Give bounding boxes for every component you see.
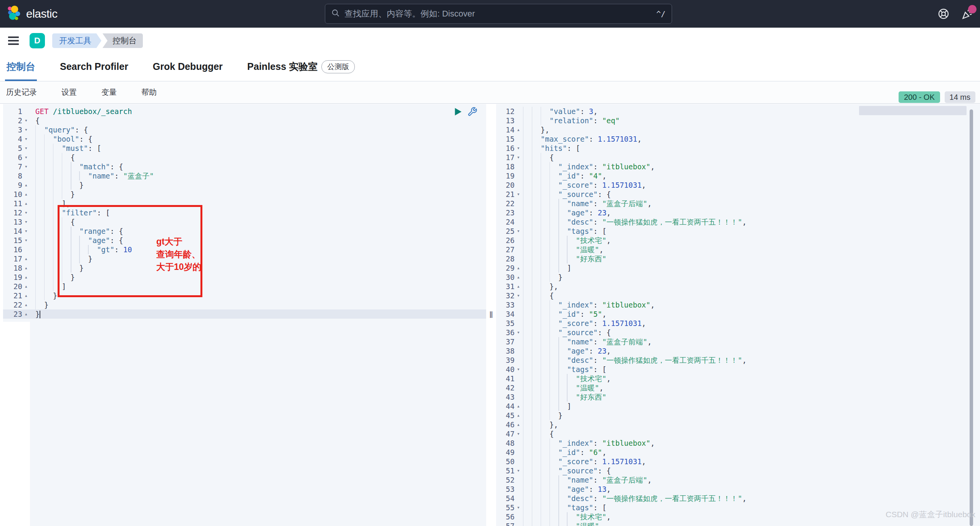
fold-close-icon[interactable]: ▴ <box>22 282 30 291</box>
code-line[interactable]: 36▾"_source": { <box>496 328 980 337</box>
fold-close-icon[interactable]: ▴ <box>515 402 522 411</box>
code-line[interactable]: 26"技术宅", <box>496 236 980 245</box>
response-vertical-scrollbar[interactable] <box>970 109 973 526</box>
code-line[interactable]: 22▴} <box>0 300 486 309</box>
code-line[interactable]: 32▾{ <box>496 291 980 300</box>
global-search-bar[interactable]: ^/ <box>325 4 672 24</box>
code-line[interactable]: 51▾"_source": { <box>496 466 980 475</box>
fold-open-icon[interactable]: ▾ <box>22 227 30 236</box>
code-line[interactable]: 41"技术宅", <box>496 374 980 383</box>
code-line[interactable]: 29▴] <box>496 263 980 273</box>
code-line[interactable]: 31▴}, <box>496 282 980 291</box>
menu-settings[interactable]: 设置 <box>61 87 77 98</box>
fold-open-icon[interactable]: ▾ <box>22 125 30 134</box>
fold-close-icon[interactable]: ▴ <box>22 309 30 319</box>
fold-open-icon[interactable]: ▾ <box>22 236 30 245</box>
code-line[interactable]: 28"好东西" <box>496 254 980 263</box>
fold-open-icon[interactable]: ▾ <box>515 144 522 153</box>
code-line[interactable]: 19"_id": "4", <box>496 171 980 180</box>
fold-open-icon[interactable]: ▾ <box>22 134 30 144</box>
code-line[interactable]: 5▾"must": [ <box>0 144 486 153</box>
menu-history[interactable]: 历史记录 <box>6 87 37 98</box>
fold-open-icon[interactable]: ▾ <box>515 190 522 199</box>
fold-open-icon[interactable]: ▾ <box>515 503 522 512</box>
code-line[interactable]: 15"max_score": 1.1571031, <box>496 134 980 144</box>
fold-open-icon[interactable]: ▾ <box>515 291 522 300</box>
fold-open-icon[interactable]: ▾ <box>515 328 522 337</box>
elastic-logo[interactable]: elastic <box>7 5 58 22</box>
code-line[interactable]: 21▾"_source": { <box>496 190 980 199</box>
code-line[interactable]: 27"温暖", <box>496 245 980 254</box>
fold-close-icon[interactable]: ▴ <box>515 125 522 134</box>
code-line[interactable]: 48"_index": "itbluebox", <box>496 438 980 448</box>
code-line[interactable]: 7▾"match": { <box>0 162 486 171</box>
code-line[interactable]: 42"温暖", <box>496 383 980 392</box>
code-line[interactable]: 18"_index": "itbluebox", <box>496 162 980 171</box>
response-top-scroll-track[interactable] <box>859 106 967 115</box>
code-line[interactable]: 22"name": "蓝盒子后端", <box>496 199 980 208</box>
code-line[interactable]: 4▾"bool": { <box>0 134 486 144</box>
fold-open-icon[interactable]: ▾ <box>515 153 522 162</box>
code-line[interactable]: 38"age": 23, <box>496 346 980 356</box>
code-line[interactable]: 6▾{ <box>0 153 486 162</box>
code-line[interactable]: 40▾"tags": [ <box>496 365 980 374</box>
code-line[interactable]: 57"温暖", <box>496 521 980 526</box>
fold-close-icon[interactable]: ▴ <box>515 411 522 420</box>
code-line[interactable]: 9▴} <box>0 180 486 190</box>
code-line[interactable]: 49"_id": "6", <box>496 448 980 457</box>
fold-close-icon[interactable]: ▴ <box>22 180 30 190</box>
fold-close-icon[interactable]: ▴ <box>515 263 522 273</box>
code-line[interactable]: 35"_score": 1.1571031, <box>496 319 980 328</box>
code-line[interactable]: 20"_score": 1.1571031, <box>496 180 980 190</box>
fold-open-icon[interactable]: ▾ <box>22 162 30 171</box>
code-line[interactable]: 30▴} <box>496 273 980 282</box>
help-button[interactable] <box>937 7 950 20</box>
fold-open-icon[interactable]: ▾ <box>515 227 522 236</box>
code-line[interactable]: 3▾"query": { <box>0 125 486 134</box>
fold-close-icon[interactable]: ▴ <box>22 291 30 300</box>
fold-close-icon[interactable]: ▴ <box>22 263 30 273</box>
request-editor[interactable]: 1GET /itbluebox/_search2▾{3▾"query": {4▾… <box>0 104 486 526</box>
code-line[interactable]: 46▴}, <box>496 420 980 429</box>
code-line[interactable]: 44▴] <box>496 402 980 411</box>
tab-search-profiler[interactable]: Search Profiler <box>58 54 130 81</box>
code-line[interactable]: 37"name": "蓝盒子前端", <box>496 337 980 346</box>
fold-close-icon[interactable]: ▴ <box>515 420 522 429</box>
fold-close-icon[interactable]: ▴ <box>515 282 522 291</box>
fold-close-icon[interactable]: ▴ <box>515 273 522 282</box>
search-input[interactable] <box>344 9 656 19</box>
tab-console[interactable]: 控制台 <box>5 54 37 81</box>
code-line[interactable]: 1GET /itbluebox/_search <box>0 107 486 116</box>
tab-grok-debugger[interactable]: Grok Debugger <box>151 54 224 81</box>
fold-open-icon[interactable]: ▾ <box>22 153 30 162</box>
code-line[interactable]: 43"好东西" <box>496 392 980 402</box>
code-line[interactable]: 25▾"tags": [ <box>496 227 980 236</box>
menu-variables[interactable]: 变量 <box>101 87 117 98</box>
fold-close-icon[interactable]: ▴ <box>22 254 30 263</box>
menu-toggle-button[interactable] <box>8 35 19 46</box>
fold-open-icon[interactable]: ▾ <box>515 429 522 438</box>
code-line[interactable]: 34"_id": "5", <box>496 309 980 319</box>
code-line[interactable]: 17▾{ <box>496 153 980 162</box>
fold-open-icon[interactable]: ▾ <box>22 217 30 227</box>
editor-active-line[interactable]: 23▴} <box>0 309 486 319</box>
space-avatar[interactable]: D <box>30 33 45 48</box>
request-options-button[interactable] <box>467 106 478 117</box>
code-line[interactable]: 13"relation": "eq" <box>496 116 980 125</box>
send-request-button[interactable] <box>452 106 463 117</box>
breadcrumb-dev-tools[interactable]: 开发工具 <box>52 33 101 48</box>
code-line[interactable]: 53"age": 13, <box>496 485 980 494</box>
fold-open-icon[interactable]: ▾ <box>22 116 30 125</box>
response-viewer[interactable]: 12"value": 3,13"relation": "eq"14▴},15"m… <box>496 104 980 526</box>
fold-close-icon[interactable]: ▴ <box>22 199 30 208</box>
code-line[interactable]: 23"age": 23, <box>496 208 980 217</box>
code-line[interactable]: 24"desc": "一顿操作猛如虎，一看工资两千五！！！", <box>496 217 980 227</box>
code-line[interactable]: 10▴} <box>0 190 486 199</box>
code-line[interactable]: 47▾{ <box>496 429 980 438</box>
fold-open-icon[interactable]: ▾ <box>22 208 30 217</box>
fold-close-icon[interactable]: ▴ <box>22 300 30 309</box>
code-line[interactable]: 8"name": "蓝盒子" <box>0 171 486 180</box>
code-line[interactable]: 39"desc": "一顿操作猛如虎，一看工资两千五！！！", <box>496 356 980 365</box>
menu-help[interactable]: 帮助 <box>141 87 157 98</box>
fold-open-icon[interactable]: ▾ <box>515 365 522 374</box>
